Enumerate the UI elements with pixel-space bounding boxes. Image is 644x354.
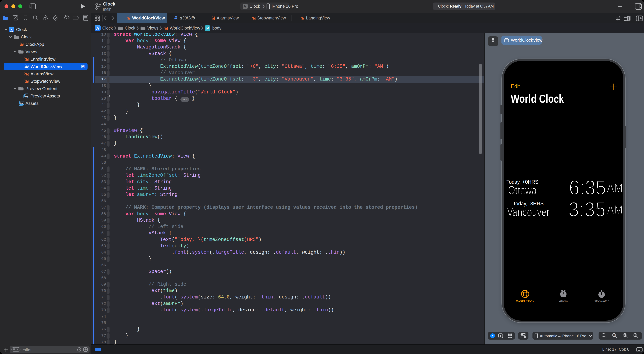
svg-text:1: 1 [614,334,615,336]
